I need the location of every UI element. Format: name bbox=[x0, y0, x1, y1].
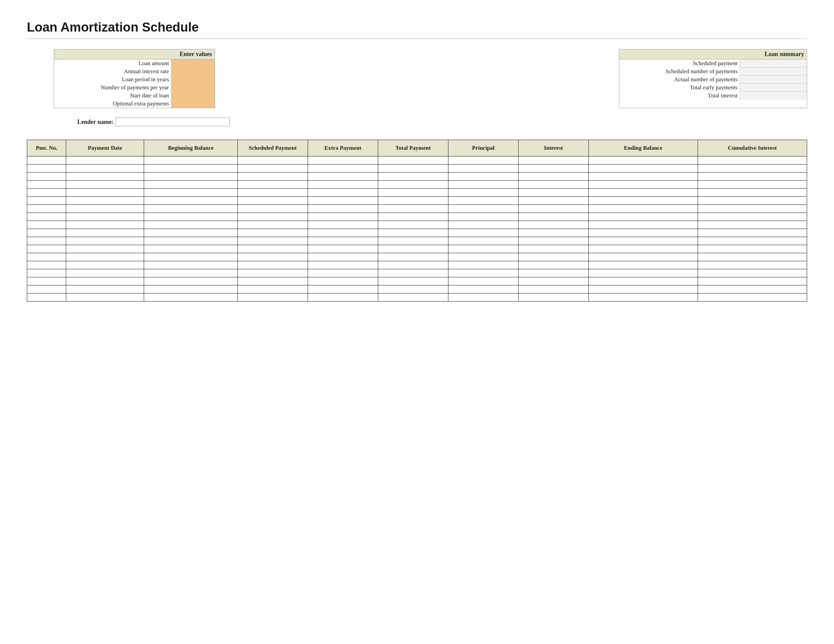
table-cell[interactable] bbox=[698, 157, 807, 165]
table-cell[interactable] bbox=[27, 205, 66, 213]
table-cell[interactable] bbox=[27, 269, 66, 278]
table-cell[interactable] bbox=[448, 165, 518, 173]
table-cell[interactable] bbox=[448, 245, 518, 253]
table-cell[interactable] bbox=[588, 261, 698, 269]
table-cell[interactable] bbox=[66, 261, 144, 269]
table-cell[interactable] bbox=[588, 157, 698, 165]
table-cell[interactable] bbox=[27, 294, 66, 302]
table-cell[interactable] bbox=[448, 229, 518, 237]
table-cell[interactable] bbox=[27, 189, 66, 197]
table-cell[interactable] bbox=[27, 213, 66, 221]
table-cell[interactable] bbox=[698, 173, 807, 181]
table-cell[interactable] bbox=[448, 213, 518, 221]
table-cell[interactable] bbox=[378, 205, 448, 213]
table-cell[interactable] bbox=[378, 261, 448, 269]
table-cell[interactable] bbox=[378, 173, 448, 181]
table-cell[interactable] bbox=[308, 157, 378, 165]
table-cell[interactable] bbox=[308, 173, 378, 181]
input-loan-amount[interactable] bbox=[171, 60, 215, 68]
table-cell[interactable] bbox=[238, 221, 308, 229]
table-cell[interactable] bbox=[588, 173, 698, 181]
table-cell[interactable] bbox=[144, 165, 238, 173]
table-cell[interactable] bbox=[238, 173, 308, 181]
table-cell[interactable] bbox=[238, 181, 308, 189]
table-cell[interactable] bbox=[378, 286, 448, 294]
table-cell[interactable] bbox=[448, 181, 518, 189]
table-cell[interactable] bbox=[144, 197, 238, 205]
table-cell[interactable] bbox=[378, 221, 448, 229]
table-cell[interactable] bbox=[308, 237, 378, 245]
table-cell[interactable] bbox=[588, 221, 698, 229]
table-cell[interactable] bbox=[588, 286, 698, 294]
table-cell[interactable] bbox=[378, 157, 448, 165]
table-cell[interactable] bbox=[698, 245, 807, 253]
table-cell[interactable] bbox=[144, 157, 238, 165]
table-cell[interactable] bbox=[238, 165, 308, 173]
table-cell[interactable] bbox=[588, 253, 698, 261]
table-cell[interactable] bbox=[238, 205, 308, 213]
table-cell[interactable] bbox=[308, 229, 378, 237]
table-cell[interactable] bbox=[698, 237, 807, 245]
table-cell[interactable] bbox=[588, 189, 698, 197]
table-cell[interactable] bbox=[238, 245, 308, 253]
table-cell[interactable] bbox=[448, 253, 518, 261]
table-cell[interactable] bbox=[27, 157, 66, 165]
table-cell[interactable] bbox=[144, 229, 238, 237]
table-cell[interactable] bbox=[518, 294, 588, 302]
table-cell[interactable] bbox=[448, 278, 518, 286]
table-cell[interactable] bbox=[238, 229, 308, 237]
table-cell[interactable] bbox=[27, 165, 66, 173]
table-cell[interactable] bbox=[66, 294, 144, 302]
table-cell[interactable] bbox=[698, 269, 807, 278]
table-cell[interactable] bbox=[144, 181, 238, 189]
table-cell[interactable] bbox=[66, 157, 144, 165]
table-cell[interactable] bbox=[448, 173, 518, 181]
table-cell[interactable] bbox=[66, 237, 144, 245]
table-cell[interactable] bbox=[144, 253, 238, 261]
table-cell[interactable] bbox=[308, 286, 378, 294]
table-cell[interactable] bbox=[378, 213, 448, 221]
table-cell[interactable] bbox=[308, 294, 378, 302]
table-cell[interactable] bbox=[448, 286, 518, 294]
table-cell[interactable] bbox=[588, 205, 698, 213]
table-cell[interactable] bbox=[308, 221, 378, 229]
table-cell[interactable] bbox=[66, 229, 144, 237]
table-cell[interactable] bbox=[518, 197, 588, 205]
table-cell[interactable] bbox=[698, 197, 807, 205]
table-cell[interactable] bbox=[698, 261, 807, 269]
table-cell[interactable] bbox=[588, 165, 698, 173]
table-cell[interactable] bbox=[308, 261, 378, 269]
table-cell[interactable] bbox=[698, 165, 807, 173]
table-cell[interactable] bbox=[588, 197, 698, 205]
table-cell[interactable] bbox=[238, 237, 308, 245]
table-cell[interactable] bbox=[238, 261, 308, 269]
table-cell[interactable] bbox=[588, 213, 698, 221]
table-cell[interactable] bbox=[238, 253, 308, 261]
table-cell[interactable] bbox=[27, 181, 66, 189]
table-cell[interactable] bbox=[378, 165, 448, 173]
table-cell[interactable] bbox=[378, 245, 448, 253]
table-cell[interactable] bbox=[27, 245, 66, 253]
table-cell[interactable] bbox=[588, 294, 698, 302]
table-cell[interactable] bbox=[588, 269, 698, 278]
input-start-date[interactable] bbox=[171, 92, 215, 100]
table-cell[interactable] bbox=[518, 213, 588, 221]
table-cell[interactable] bbox=[238, 189, 308, 197]
table-cell[interactable] bbox=[27, 237, 66, 245]
table-cell[interactable] bbox=[378, 189, 448, 197]
table-cell[interactable] bbox=[308, 253, 378, 261]
table-cell[interactable] bbox=[588, 278, 698, 286]
table-cell[interactable] bbox=[144, 237, 238, 245]
table-cell[interactable] bbox=[66, 197, 144, 205]
table-cell[interactable] bbox=[698, 253, 807, 261]
table-cell[interactable] bbox=[238, 197, 308, 205]
table-cell[interactable] bbox=[66, 253, 144, 261]
table-cell[interactable] bbox=[66, 245, 144, 253]
table-cell[interactable] bbox=[27, 261, 66, 269]
table-cell[interactable] bbox=[518, 278, 588, 286]
table-cell[interactable] bbox=[518, 165, 588, 173]
table-cell[interactable] bbox=[27, 197, 66, 205]
table-cell[interactable] bbox=[448, 205, 518, 213]
table-cell[interactable] bbox=[238, 278, 308, 286]
table-cell[interactable] bbox=[238, 294, 308, 302]
